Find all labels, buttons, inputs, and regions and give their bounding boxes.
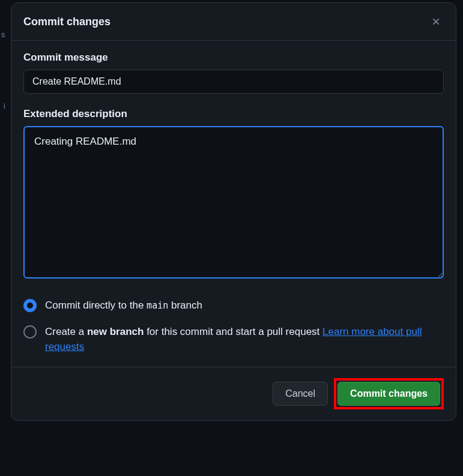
extended-description-group: Extended description Creating README.md	[23, 108, 444, 281]
bg-char: i	[4, 101, 5, 110]
radio-newbranch-prefix: Create a	[45, 326, 87, 337]
radio-newbranch-label: Create a new branch for this commit and …	[45, 324, 444, 355]
branch-radio-group: Commit directly to the main branch Creat…	[23, 298, 444, 355]
commit-message-group: Commit message	[23, 52, 444, 94]
commit-changes-button[interactable]: Commit changes	[337, 382, 440, 406]
radio-direct-prefix: Commit directly to the	[45, 300, 147, 311]
close-button[interactable]	[428, 14, 444, 29]
radio-selected-icon	[23, 299, 37, 312]
highlight-annotation: Commit changes	[334, 378, 444, 409]
radio-newbranch-bold: new branch	[87, 326, 144, 337]
radio-commit-direct[interactable]: Commit directly to the main branch	[23, 298, 444, 313]
radio-newbranch-suffix: for this commit and start a pull request	[144, 326, 322, 337]
extended-description-label: Extended description	[23, 108, 444, 120]
dialog-body: Commit message Extended description Crea…	[11, 41, 456, 367]
bg-char: s	[1, 30, 5, 39]
commit-message-input[interactable]	[23, 70, 444, 94]
radio-new-branch[interactable]: Create a new branch for this commit and …	[23, 324, 444, 355]
radio-direct-label: Commit directly to the main branch	[45, 298, 202, 313]
cancel-button[interactable]: Cancel	[273, 382, 328, 406]
radio-direct-suffix: branch	[168, 300, 202, 311]
dialog-footer: Cancel Commit changes	[11, 367, 456, 420]
background-sliver: s i	[0, 0, 11, 476]
extended-description-input[interactable]: Creating README.md	[23, 126, 444, 279]
commit-changes-dialog: Commit changes Commit message Extended d…	[11, 2, 456, 421]
dialog-header: Commit changes	[11, 3, 456, 41]
radio-unselected-icon	[23, 325, 37, 339]
commit-message-label: Commit message	[23, 52, 444, 64]
branch-name: main	[147, 300, 168, 311]
dialog-title: Commit changes	[23, 16, 110, 28]
close-icon	[431, 16, 441, 27]
